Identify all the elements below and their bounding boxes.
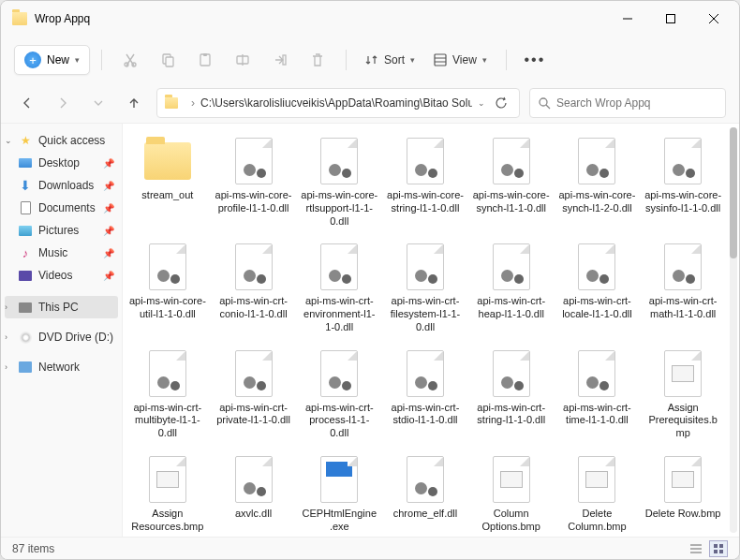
rename-button[interactable]	[226, 45, 259, 75]
file-item[interactable]: api-ms-win-crt-locale-l1-1-0.dll	[556, 237, 639, 337]
file-item[interactable]: api-ms-win-crt-math-l1-1-0.dll	[642, 237, 724, 337]
view-button[interactable]: View ▾	[426, 53, 495, 66]
file-item[interactable]: api-ms-win-crt-environment-l1-1-0.dll	[298, 237, 380, 337]
file-item[interactable]: api-ms-win-crt-stdio-l1-1-0.dll	[384, 344, 466, 444]
copy-button[interactable]	[151, 45, 185, 75]
up-button[interactable]	[121, 90, 147, 116]
pin-icon: 📌	[103, 271, 114, 281]
file-name: axvlc.dll	[235, 508, 272, 521]
dll-file-icon	[235, 138, 273, 184]
sidebar-item-videos[interactable]: Videos📌	[1, 264, 122, 287]
recent-button[interactable]	[85, 90, 111, 116]
close-button[interactable]	[692, 1, 735, 37]
file-item[interactable]: api-ms-win-crt-string-l1-1-0.dll	[470, 344, 553, 444]
address-bar[interactable]: › ⌄	[156, 88, 520, 118]
svg-rect-9	[203, 53, 207, 56]
cut-button[interactable]	[113, 45, 147, 75]
file-item[interactable]: stream_out	[126, 131, 209, 231]
file-item[interactable]: api-ms-win-crt-heap-l1-1-0.dll	[470, 237, 553, 337]
window-title: Wrop Appq	[35, 12, 606, 25]
sidebar-item-pictures[interactable]: Pictures📌	[1, 219, 122, 242]
details-view-button[interactable]	[687, 540, 705, 557]
file-item[interactable]: api-ms-win-crt-conio-l1-1-0.dll	[213, 237, 295, 337]
file-item[interactable]: api-ms-win-core-sysinfo-l1-1-0.dll	[642, 131, 724, 231]
pin-icon: 📌	[103, 158, 114, 169]
share-button[interactable]	[263, 45, 297, 75]
file-item[interactable]: CEPHtmlEngine.exe	[298, 449, 380, 537]
file-item[interactable]: api-ms-win-core-synch-l1-1-0.dll	[470, 131, 553, 231]
file-name: Column Options.bmp	[473, 508, 550, 534]
dll-file-icon	[578, 138, 615, 184]
file-item[interactable]: Assign Resources.bmp	[126, 449, 209, 537]
delete-button[interactable]	[301, 45, 334, 75]
chevron-right-icon: ›	[191, 96, 195, 110]
sidebar-item-this-pc[interactable]: ›This PC	[5, 296, 118, 318]
file-item[interactable]: axvlc.dll	[213, 449, 295, 537]
icons-view-button[interactable]	[709, 540, 728, 557]
sidebar-item-quick-access[interactable]: ⌄★Quick access	[1, 129, 122, 152]
sort-button[interactable]: Sort ▾	[358, 53, 422, 66]
file-name: api-ms-win-core-sysinfo-l1-1-0.dll	[644, 189, 721, 215]
file-item[interactable]: api-ms-win-crt-filesystem-l1-1-0.dll	[384, 237, 466, 337]
file-item[interactable]: api-ms-win-core-synch-l1-2-0.dll	[556, 131, 639, 231]
file-item[interactable]: api-ms-win-crt-time-l1-1-0.dll	[556, 344, 639, 444]
scrollbar-thumb[interactable]	[730, 127, 737, 258]
path-input[interactable]	[200, 96, 472, 110]
sidebar-item-network[interactable]: ›Network	[1, 356, 122, 378]
file-name: Assign Prerequisites.bmp	[644, 402, 721, 440]
sidebar-item-documents[interactable]: Documents📌	[1, 197, 122, 219]
chevron-down-icon[interactable]: ⌄	[478, 98, 485, 108]
titlebar[interactable]: Wrop Appq	[1, 1, 739, 37]
file-item[interactable]: Column Options.bmp	[470, 449, 553, 537]
folder-icon	[165, 97, 178, 109]
file-item[interactable]: api-ms-win-crt-process-l1-1-0.dll	[298, 344, 380, 444]
bmp-file-icon	[664, 456, 702, 503]
file-name: Assign Resources.bmp	[129, 508, 206, 534]
file-name: api-ms-win-core-synch-l1-1-0.dll	[473, 189, 550, 215]
search-input[interactable]	[556, 96, 718, 110]
file-grid[interactable]: stream_outapi-ms-win-core-profile-l1-1-0…	[123, 124, 728, 537]
folder-icon	[12, 12, 27, 25]
maximize-button[interactable]	[649, 1, 692, 37]
file-item[interactable]: api-ms-win-core-util-l1-1-0.dll	[126, 237, 209, 337]
sidebar-item-dvd[interactable]: ›DVD Drive (D:) CCCC	[1, 326, 122, 348]
bmp-file-icon	[578, 456, 615, 503]
dll-file-icon	[407, 350, 444, 397]
file-item[interactable]: api-ms-win-core-profile-l1-1-0.dll	[213, 131, 295, 231]
new-button[interactable]: + New ▾	[14, 45, 90, 75]
sidebar-item-desktop[interactable]: Desktop📌	[1, 152, 122, 174]
forward-button[interactable]	[50, 90, 76, 116]
sidebar-item-music[interactable]: ♪Music📌	[1, 242, 122, 264]
search-bar[interactable]	[529, 88, 726, 118]
file-item[interactable]: Delete Column.bmp	[556, 449, 639, 537]
paste-button[interactable]	[188, 45, 222, 75]
file-name: api-ms-win-core-profile-l1-1-0.dll	[215, 189, 292, 215]
file-item[interactable]: Delete Row.bmp	[642, 449, 724, 537]
file-name: Delete Column.bmp	[558, 508, 635, 534]
chevron-down-icon: ▾	[482, 55, 487, 65]
file-name: api-ms-win-crt-stdio-l1-1-0.dll	[387, 402, 464, 428]
more-button[interactable]: •••	[518, 45, 552, 75]
file-item[interactable]: Assign Prerequisites.bmp	[642, 344, 724, 444]
toolbar: + New ▾ Sort ▾ View ▾ •••	[1, 37, 739, 83]
dll-file-icon	[149, 350, 186, 397]
file-name: api-ms-win-crt-multibyte-l1-1-0.dll	[129, 402, 206, 440]
file-item[interactable]: api-ms-win-core-string-l1-1-0.dll	[384, 131, 466, 231]
sort-icon	[365, 53, 378, 66]
pin-icon: 📌	[103, 248, 114, 258]
refresh-button[interactable]	[491, 96, 511, 110]
dll-file-icon	[578, 350, 615, 397]
file-item[interactable]: chrome_elf.dll	[384, 449, 466, 537]
svg-rect-12	[283, 55, 286, 65]
dll-file-icon	[493, 350, 530, 397]
minimize-button[interactable]	[606, 1, 649, 37]
back-button[interactable]	[14, 90, 40, 116]
file-item[interactable]: api-ms-win-core-rtlsupport-l1-1-0.dll	[298, 131, 380, 231]
svg-rect-21	[714, 544, 718, 548]
dll-file-icon	[664, 138, 702, 184]
dll-file-icon	[235, 350, 273, 397]
sidebar-item-downloads[interactable]: ⬇Downloads📌	[1, 174, 122, 197]
file-name: api-ms-win-core-rtlsupport-l1-1-0.dll	[301, 189, 377, 228]
file-item[interactable]: api-ms-win-crt-private-l1-1-0.dll	[213, 344, 295, 444]
file-item[interactable]: api-ms-win-crt-multibyte-l1-1-0.dll	[126, 344, 209, 444]
